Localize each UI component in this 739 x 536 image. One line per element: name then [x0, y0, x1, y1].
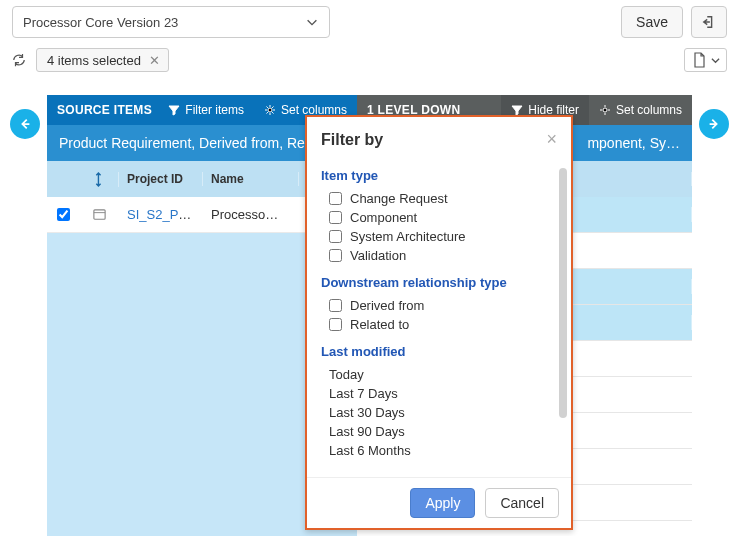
exit-button[interactable]: [691, 6, 727, 38]
row-checkbox[interactable]: [57, 208, 70, 221]
group-last-modified: Last modified: [321, 344, 551, 359]
filter-items-button[interactable]: Filter items: [158, 95, 254, 125]
rel-type-checkbox[interactable]: [329, 299, 342, 312]
refresh-icon[interactable]: [12, 53, 26, 67]
row-name: Processo…: [211, 207, 278, 222]
last-modified-option[interactable]: Last 30 Days: [321, 403, 551, 422]
exit-icon: [702, 15, 716, 29]
clear-selection-icon[interactable]: ✕: [149, 53, 160, 68]
col-project-id[interactable]: Project ID: [119, 172, 203, 186]
rel-type-option[interactable]: Derived from: [321, 296, 551, 315]
last-modified-option[interactable]: Last 6 Months: [321, 441, 551, 460]
gear-icon: [264, 104, 276, 116]
last-modified-option[interactable]: Last 7 Days: [321, 384, 551, 403]
cancel-button[interactable]: Cancel: [485, 488, 559, 518]
product-select-value: Processor Core Version 23: [23, 15, 178, 30]
group-rel-type: Downstream relationship type: [321, 275, 551, 290]
item-type-icon: [92, 207, 107, 222]
product-select[interactable]: Processor Core Version 23: [12, 6, 330, 38]
selection-tag: 4 items selected ✕: [36, 48, 169, 72]
chevron-down-icon: [305, 15, 319, 29]
arrow-left-icon: [18, 117, 32, 131]
right-sub-header: mponent, Sy…: [587, 135, 680, 151]
arrow-right-icon: [707, 117, 721, 131]
filter-icon: [168, 104, 180, 116]
filter-items-label: Filter items: [185, 103, 244, 117]
filter-popup: Filter by × Item type Change RequestComp…: [305, 115, 573, 530]
popup-scrollbar[interactable]: [559, 168, 567, 418]
svg-point-0: [268, 108, 272, 112]
set-columns-right-label: Set columns: [616, 103, 682, 117]
group-item-type: Item type: [321, 168, 551, 183]
row-project-id: SI_S2_P-…: [127, 207, 196, 222]
sort-icon[interactable]: [92, 172, 107, 187]
source-items-title: SOURCE ITEMS: [57, 103, 152, 117]
page-icon: [691, 52, 707, 68]
last-modified-option[interactable]: Today: [321, 365, 551, 384]
selection-tag-text: 4 items selected: [47, 53, 141, 68]
item-type-option[interactable]: System Architecture: [321, 227, 551, 246]
gear-icon: [599, 104, 611, 116]
item-type-option[interactable]: Change Request: [321, 189, 551, 208]
nav-right-button[interactable]: [699, 109, 729, 139]
caret-down-icon: [711, 56, 720, 65]
export-button[interactable]: [684, 48, 727, 72]
item-type-checkbox[interactable]: [329, 249, 342, 262]
close-icon[interactable]: ×: [546, 129, 557, 150]
save-label: Save: [636, 14, 668, 30]
item-type-checkbox[interactable]: [329, 230, 342, 243]
item-type-checkbox[interactable]: [329, 211, 342, 224]
item-type-checkbox[interactable]: [329, 192, 342, 205]
filter-popup-title: Filter by: [321, 131, 383, 149]
rel-type-checkbox[interactable]: [329, 318, 342, 331]
last-modified-option[interactable]: Last 90 Days: [321, 422, 551, 441]
set-columns-right-button[interactable]: Set columns: [589, 95, 692, 125]
svg-rect-1: [94, 210, 105, 219]
item-type-option[interactable]: Validation: [321, 246, 551, 265]
nav-left-button[interactable]: [10, 109, 40, 139]
apply-button[interactable]: Apply: [410, 488, 475, 518]
save-button[interactable]: Save: [621, 6, 683, 38]
item-type-option[interactable]: Component: [321, 208, 551, 227]
svg-point-2: [603, 108, 607, 112]
col-name[interactable]: Name: [203, 172, 299, 186]
rel-type-option[interactable]: Related to: [321, 315, 551, 334]
